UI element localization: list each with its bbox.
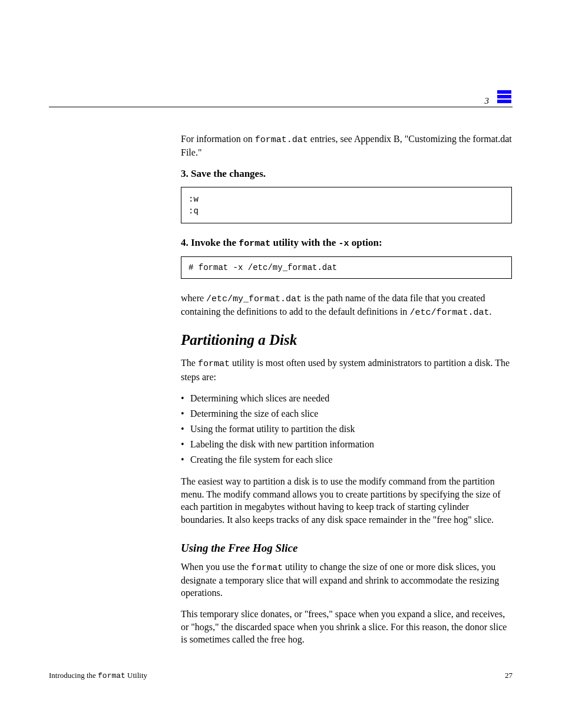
bullet-icon: • (181, 422, 190, 436)
step-text: utility with the (270, 237, 338, 248)
list-item: •Determining which slices are needed (181, 391, 512, 406)
text: For information on (181, 134, 255, 144)
step-4: 4. Invoke the format utility with the -x… (181, 236, 512, 250)
text: When you use the (181, 562, 251, 572)
text: Introducing the (49, 671, 98, 680)
svg-rect-0 (497, 90, 511, 94)
svg-rect-2 (497, 100, 511, 103)
list-item-text: Determining which slices are needed (190, 391, 329, 406)
step-text: Invoke the (191, 237, 239, 248)
step-text: Save the changes. (191, 168, 266, 179)
step4-trailing-paragraph: where /etc/my_format.dat is the path nam… (181, 292, 512, 319)
list-item-text: Labeling the disk with new partition inf… (190, 437, 374, 452)
step-label: 4. Invoke the format utility with the -x… (181, 237, 382, 248)
code-block-format: # format -x /etc/my_format.dat (181, 256, 512, 279)
bullet-list: •Determining which slices are needed •De… (181, 391, 512, 467)
content-column: For information on format.dat entries, s… (181, 133, 512, 654)
list-item-text: Determining the size of each slice (190, 407, 318, 421)
text: utility is most often used by system adm… (181, 358, 510, 381)
list-item: •Determining the size of each slice (181, 407, 512, 421)
step-number: 4. (181, 237, 191, 248)
inline-code: /etc/format.dat (409, 308, 489, 318)
inline-code: format (98, 671, 125, 680)
footer-title: Introducing the format Utility (49, 671, 147, 680)
partitioning-intro: The format utility is most often used by… (181, 357, 512, 383)
svg-rect-1 (497, 95, 511, 98)
list-item-text: Using the format utility to partition th… (190, 422, 355, 436)
bullet-icon: • (181, 407, 190, 421)
text: where (181, 293, 206, 303)
list-item: •Using the format utility to partition t… (181, 422, 512, 436)
menu-icon (496, 88, 513, 105)
step-text: option: (349, 237, 382, 248)
intro-paragraph: For information on format.dat entries, s… (181, 133, 512, 159)
step-3: 3. Save the changes. (181, 167, 512, 181)
list-item-text: Creating the file system for each slice (190, 453, 333, 467)
inline-code: /etc/my_format.dat (206, 294, 302, 304)
step-label: 3. Save the changes. (181, 168, 266, 179)
text: Utility (125, 671, 147, 680)
bullet-icon: • (181, 453, 190, 467)
partitioning-closing: The easiest way to partition a disk is t… (181, 475, 512, 526)
inline-code: format (239, 239, 270, 249)
inline-code: format (251, 563, 283, 573)
heading-free-hog: Using the Free Hog Slice (181, 542, 512, 555)
footer: Introducing the format Utility 27 (49, 671, 513, 680)
heading-partitioning: Partitioning a Disk (181, 332, 512, 348)
text: . (489, 307, 491, 317)
free-hog-paragraph-1: When you use the format utility to chang… (181, 561, 512, 599)
inline-code: format.dat (255, 135, 308, 145)
inline-code: format (198, 359, 230, 369)
bullet-icon: • (181, 437, 190, 452)
step-number: 3. (181, 168, 191, 179)
code-block-save: :w :q (181, 187, 512, 224)
chapter-number: 3 (485, 96, 490, 106)
bullet-icon: • (181, 391, 190, 406)
text: The (181, 358, 198, 368)
page-number: 27 (505, 671, 513, 680)
list-item: •Creating the file system for each slice (181, 453, 512, 467)
free-hog-paragraph-2: This temporary slice donates, or "frees,… (181, 608, 512, 646)
list-item: •Labeling the disk with new partition in… (181, 437, 512, 452)
header-rule (49, 107, 513, 107)
inline-code: -x (338, 239, 349, 249)
